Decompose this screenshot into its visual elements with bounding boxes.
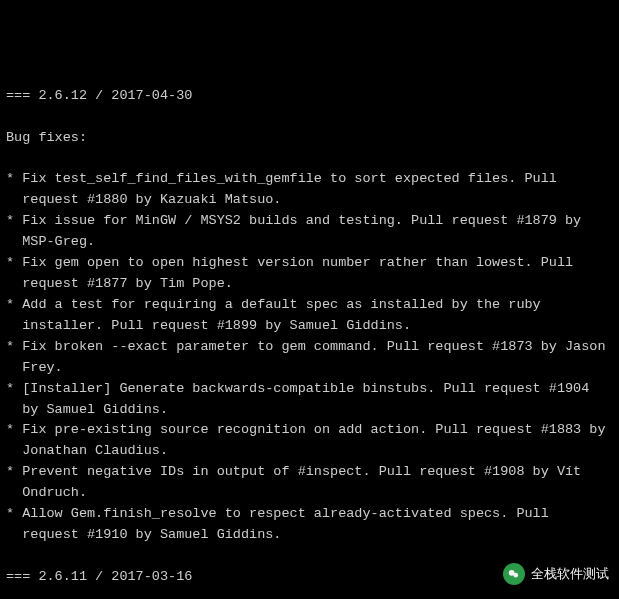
wechat-icon — [503, 563, 525, 585]
changelog-text: === 2.6.12 / 2017-04-30 Bug fixes: * Fix… — [6, 86, 613, 599]
svg-point-1 — [513, 573, 518, 578]
watermark-label: 全栈软件测试 — [531, 564, 609, 584]
watermark: 全栈软件测试 — [503, 563, 609, 585]
